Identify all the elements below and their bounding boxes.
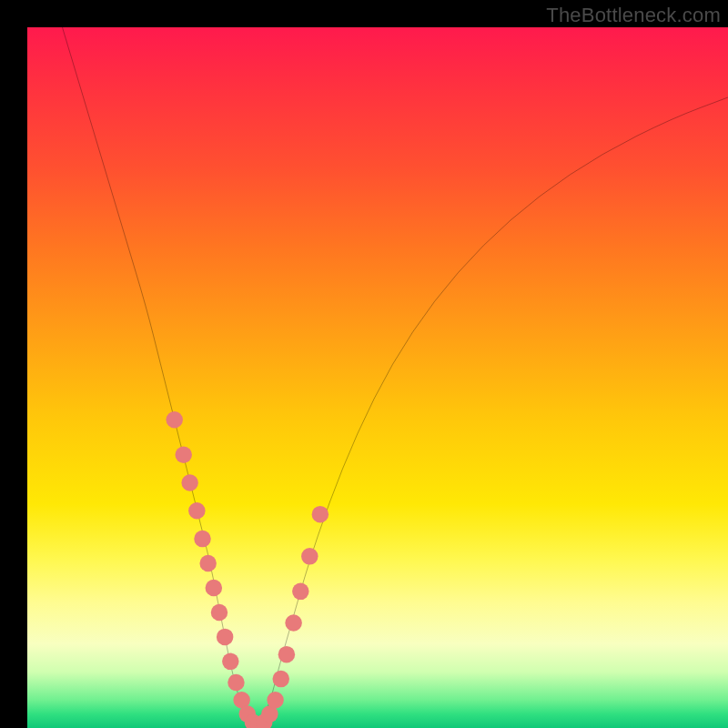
highlight-point: [312, 506, 329, 522]
watermark-text: TheBottleneck.com: [546, 4, 721, 27]
highlight-point: [222, 653, 238, 670]
highlight-point: [267, 692, 283, 708]
highlight-point: [278, 646, 295, 662]
bottleneck-curve: [63, 27, 729, 724]
highlight-point: [211, 604, 228, 621]
plot-area: [27, 27, 728, 728]
highlight-point: [292, 583, 308, 600]
highlight-point: [166, 411, 182, 428]
highlight-point: [181, 474, 197, 490]
highlight-point: [206, 580, 222, 596]
highlight-point: [285, 614, 301, 631]
highlight-point: [217, 629, 233, 645]
highlight-point: [194, 531, 210, 547]
highlight-point: [175, 446, 191, 462]
chart-frame: TheBottleneck.com: [0, 0, 728, 728]
highlight-point: [228, 674, 244, 691]
highlight-point: [199, 555, 216, 571]
highlight-point: [273, 671, 289, 687]
curve-svg: [27, 27, 728, 728]
highlight-point: [188, 502, 205, 519]
highlight-point: [301, 548, 318, 564]
